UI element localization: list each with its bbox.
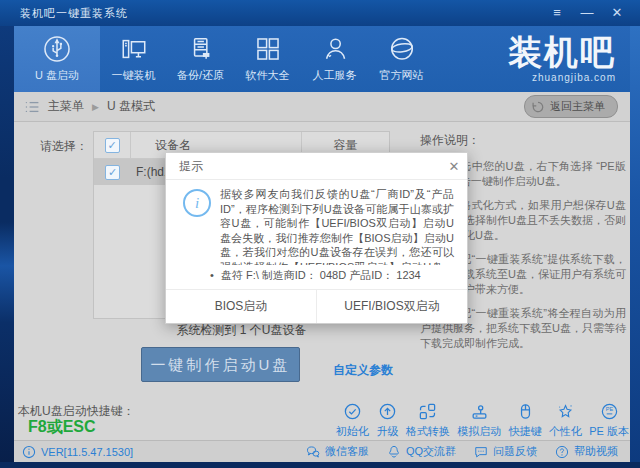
- status-links: 微信客服 QQ交流群: [306, 444, 618, 459]
- toolbar-label: 格式转换: [406, 424, 450, 439]
- dialog-close-icon[interactable]: ✕: [441, 159, 467, 174]
- nav-item-backup-restore[interactable]: 备份/还原: [167, 26, 234, 92]
- usb-icon: [43, 35, 71, 63]
- globe-icon: [388, 35, 416, 63]
- close-icon[interactable]: ✕: [604, 3, 630, 23]
- backup-server-icon: [187, 35, 215, 63]
- toolbar-item-pe-version[interactable]: PE PE 版本: [589, 402, 629, 439]
- nav-item-usb-boot[interactable]: U 盘启动: [14, 26, 100, 92]
- arrow-up-circle-icon: [378, 402, 397, 421]
- apps-grid-icon: [254, 35, 282, 63]
- nav-label-website: 官方网站: [380, 68, 424, 83]
- custom-params-link[interactable]: 自定义参数: [333, 362, 393, 379]
- status-link-label: QQ交流群: [406, 444, 456, 459]
- toolbar-label: 模拟启动: [457, 424, 501, 439]
- nav-item-service[interactable]: 人工服务: [301, 26, 368, 92]
- uefi-bios-dual-boot-button[interactable]: UEFI/BIOS双启动: [317, 290, 467, 323]
- question-circle-icon: [555, 445, 569, 459]
- toolbar-label: 快捷键: [509, 424, 542, 439]
- window-bottom-border: [0, 462, 640, 468]
- status-link-label: 帮助视频: [574, 444, 618, 459]
- format-convert-icon: [418, 402, 437, 421]
- info-icon: i: [183, 189, 211, 217]
- version-text: VER[11.5.47.1530]: [41, 446, 133, 458]
- qq-icon: [387, 445, 401, 459]
- toolbar-label: PE 版本: [589, 424, 629, 439]
- menu-icon[interactable]: ≡: [544, 3, 570, 23]
- wechat-support-link[interactable]: 微信客服: [306, 444, 369, 459]
- toolbar-item-upgrade[interactable]: 升级: [376, 402, 398, 439]
- info-circle-icon: [22, 445, 36, 459]
- dialog-message: 据较多网友向我们反馈的U盘“厂商ID”及“产品ID”，程序检测到下列U盘设备可能…: [220, 187, 454, 265]
- chat-bubble-icon: [474, 445, 488, 459]
- qq-group-link[interactable]: QQ交流群: [387, 444, 456, 459]
- nav-item-website[interactable]: 官方网站: [368, 26, 435, 92]
- breadcrumb-bar: 主菜单 ▶ U 盘模式 返回主菜单: [14, 92, 630, 122]
- breadcrumb-main-menu[interactable]: 主菜单: [48, 98, 84, 115]
- nav-item-one-key-install[interactable]: 一键装机: [100, 26, 167, 92]
- dialog-device-line: 盘符 F:\ 制造商ID： 048D 产品ID： 1234: [166, 265, 467, 289]
- status-link-label: 微信客服: [325, 444, 369, 459]
- wechat-icon: [306, 445, 320, 459]
- help-video-link[interactable]: 帮助视频: [555, 444, 618, 459]
- toolbar-item-hotkeys[interactable]: 快捷键: [509, 402, 542, 439]
- version-info[interactable]: VER[11.5.47.1530]: [22, 445, 133, 459]
- dialog-title: 提示: [166, 158, 203, 175]
- joystick-icon: [470, 402, 489, 421]
- nav-label-usb-boot: U 盘启动: [35, 68, 79, 83]
- nav-item-software[interactable]: 软件大全: [234, 26, 301, 92]
- dialog-body: i 据较多网友向我们反馈的U盘“厂商ID”及“产品ID”，程序检测到下列U盘设备…: [166, 180, 467, 265]
- window-right-border: [630, 26, 640, 462]
- bios-boot-button[interactable]: BIOS启动: [166, 290, 317, 323]
- select-all-cell: ✓: [94, 132, 131, 158]
- status-bar: VER[11.5.47.1530] 微信客服: [14, 440, 630, 462]
- list-icon[interactable]: [24, 99, 40, 115]
- warning-dialog: 提示 ✕ i 据较多网友向我们反馈的U盘“厂商ID”及“产品ID”，程序检测到下…: [165, 152, 468, 324]
- return-main-menu-label: 返回主菜单: [550, 99, 605, 114]
- back-arrow-icon: [531, 100, 545, 114]
- titlebar: 装机吧一键重装系统 ≡ — ✕: [0, 0, 640, 26]
- chevron-right-icon: ▶: [92, 102, 99, 112]
- mouse-icon: [516, 402, 535, 421]
- hotkey-value: F8或ESC: [28, 417, 96, 438]
- return-main-menu-button[interactable]: 返回主菜单: [524, 95, 618, 118]
- breadcrumb-usb-mode: U 盘模式: [107, 98, 155, 115]
- toolbar-label: 升级: [376, 424, 398, 439]
- select-label: 请选择：: [40, 138, 88, 155]
- toolbar-item-format-convert[interactable]: 格式转换: [406, 402, 450, 439]
- bottom-toolbar: 初始化 升级 格式转换: [336, 402, 629, 440]
- column-device-name: 设备名: [131, 137, 301, 154]
- nav-label-service: 人工服务: [313, 68, 357, 83]
- feedback-link[interactable]: 问题反馈: [474, 444, 537, 459]
- computer-icon: [120, 35, 148, 63]
- minimize-icon[interactable]: —: [574, 3, 600, 23]
- toolbar-item-simulate-boot[interactable]: 模拟启动: [457, 402, 501, 439]
- person-icon: [321, 35, 349, 63]
- instructions-title: 操作说明：: [420, 132, 626, 149]
- status-link-label: 问题反馈: [493, 444, 537, 459]
- svg-text:PE: PE: [605, 406, 613, 412]
- toolbar-item-initialize[interactable]: 初始化: [336, 402, 369, 439]
- logo-title: 装机吧: [508, 34, 616, 70]
- toolbar-label: 个性化: [549, 424, 582, 439]
- main-navbar: U 盘启动 一键装机 备份/还原: [14, 26, 630, 92]
- detected-devices-text: 系统检测到 1 个U盘设备: [93, 322, 390, 339]
- nav-label-one-key-install: 一键装机: [112, 68, 156, 83]
- toolbar-label: 初始化: [336, 424, 369, 439]
- dialog-footer: BIOS启动 UEFI/BIOS双启动: [166, 289, 467, 323]
- pe-version-icon: PE: [600, 402, 619, 421]
- brand-logo: 装机吧 zhuangjiba.com: [508, 34, 616, 83]
- toolbar-item-personalize[interactable]: 个性化: [549, 402, 582, 439]
- dialog-header: 提示 ✕: [166, 153, 467, 180]
- window-controls: ≡ — ✕: [544, 3, 640, 23]
- select-all-checkbox[interactable]: ✓: [105, 138, 120, 153]
- make-boot-usb-button[interactable]: 一键制作启动U盘: [141, 347, 300, 382]
- sparkle-icon: [556, 402, 575, 421]
- window-title: 装机吧一键重装系统: [0, 6, 128, 21]
- logo-domain: zhuangjiba.com: [508, 72, 616, 83]
- nav-label-software: 软件大全: [246, 68, 290, 83]
- app-window: 装机吧一键重装系统 ≡ — ✕ U 盘启动: [0, 0, 640, 468]
- row-check-cell: ✓: [94, 159, 131, 185]
- device-checkbox[interactable]: ✓: [105, 165, 120, 180]
- check-circle-icon: [343, 402, 362, 421]
